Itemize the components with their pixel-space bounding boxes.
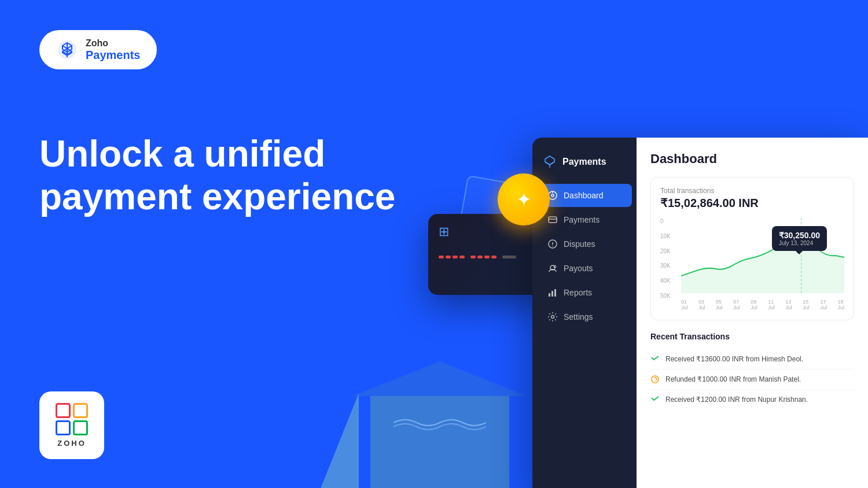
svg-point-4 [551,194,554,197]
svg-rect-14 [551,291,553,297]
recent-transactions-title: Recent Transactions [650,332,854,341]
sidebar-item-reports[interactable]: Reports [537,281,632,304]
zoho-label: ZOHO [57,439,86,448]
sidebar-label-payments: Payments [564,215,599,224]
transaction-item-1: Received ₹13600.00 INR from Himesh Deol. [650,349,854,369]
chart-tooltip: ₹30,250.00 July 13, 2024 [772,226,827,251]
sidebar-item-disputes[interactable]: Disputes [537,232,632,256]
logo-container: Zoho Payments [39,30,157,69]
logo-text: Zoho Payments [86,38,141,61]
transaction-item-2: Refunded ₹1000.00 INR from Manish Patel. [650,369,854,390]
main-content: Dashboard Total transactions ₹15,02,864.… [637,138,868,488]
received-icon-1 [650,354,660,364]
payments-name: Payments [86,49,141,61]
sidebar-logo: Payments [532,149,637,183]
app-panel: Payments Dashboard Payments [532,138,868,488]
reports-icon [547,287,558,298]
transaction-item-3: Received ₹1200.00 INR from Nupur Krishna… [650,390,854,409]
svg-point-20 [654,380,656,382]
hero-headline: Unlock a unified payment experience [39,133,395,218]
square-yellow [73,403,88,418]
payouts-icon [547,263,558,273]
square-red [56,403,71,418]
sidebar-item-dashboard[interactable]: Dashboard [537,184,632,207]
tooltip-date: July 13, 2024 [779,240,820,246]
settings-icon [547,312,558,322]
sidebar-label-reports: Reports [564,288,592,297]
gold-coin [498,173,550,225]
chart-label: Total transactions [660,187,844,195]
sidebar-item-payouts[interactable]: Payouts [537,257,632,280]
chart-x-labels: 01Jul 03Jul 05Jul 07Jul 09Jul 11Jul 13Ju… [681,299,844,310]
svg-rect-6 [549,217,557,223]
square-blue [56,420,71,435]
dashboard-title: Dashboard [650,151,854,167]
zoho-squares [56,403,88,435]
chart-y-labels: 50K 40K 30K 20K 10K 0 [660,218,679,299]
headline-line1: Unlock a unified [39,133,395,176]
chart-svg: ₹30,250.00 July 13, 2024 [681,218,844,310]
transaction-text-3: Received ₹1200.00 INR from Nupur Krishna… [665,395,808,404]
svg-point-10 [552,246,553,247]
sidebar-label-settings: Settings [564,312,593,321]
headline-line2: payment experience [39,176,395,219]
disputes-icon [547,239,558,249]
sidebar-logo-label: Payments [562,157,606,167]
zoho-badge: ZOHO [39,391,104,459]
sidebar-label-disputes: Disputes [564,239,595,249]
zoho-name: Zoho [86,38,141,49]
received-icon-3 [650,395,660,404]
tooltip-value: ₹30,250.00 [779,231,820,240]
svg-rect-13 [549,293,550,297]
chart-value: ₹15,02,864.00 INR [660,196,844,210]
chart-container: Total transactions ₹15,02,864.00 INR 50K… [650,177,854,320]
sidebar-label-payouts: Payouts [564,264,593,273]
chart-area: 50K 40K 30K 20K 10K 0 [660,218,844,310]
sidebar-logo-icon [543,155,557,169]
svg-rect-15 [554,289,556,297]
svg-point-19 [652,376,659,383]
sidebar-item-settings[interactable]: Settings [537,305,632,328]
zoho-payments-icon [56,38,79,61]
square-green [73,420,88,435]
refunded-icon-2 [650,375,660,384]
svg-point-16 [551,316,554,319]
payments-icon [547,215,558,225]
sidebar-label-dashboard: Dashboard [564,191,604,200]
sidebar-item-payments[interactable]: Payments [537,208,632,231]
transaction-text-2: Refunded ₹1000.00 INR from Manish Patel. [665,375,801,383]
transaction-text-1: Received ₹13600.00 INR from Himesh Deol. [665,355,803,363]
